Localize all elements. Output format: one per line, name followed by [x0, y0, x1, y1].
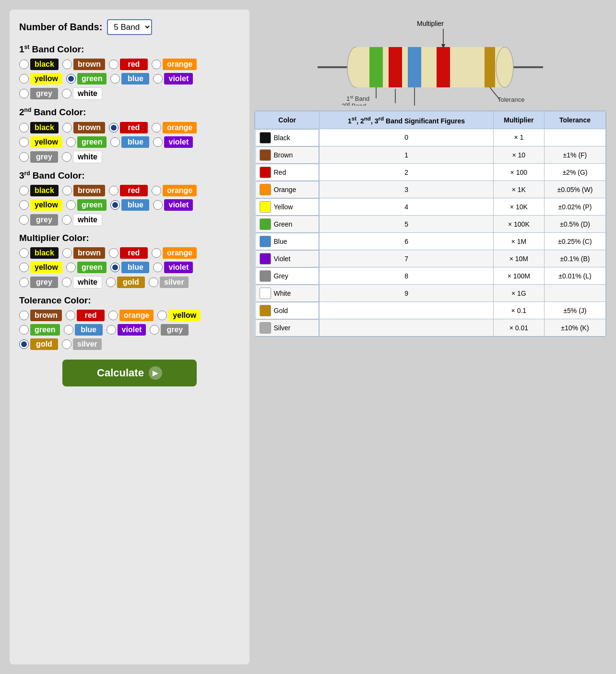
- svg-rect-5: [369, 47, 383, 87]
- band3-grey[interactable]: grey: [19, 214, 58, 226]
- band2-brown[interactable]: brown: [62, 122, 105, 133]
- table-cell-tol: [544, 129, 605, 146]
- mult-red[interactable]: red: [109, 247, 148, 259]
- mult-row2: yellow green blue violet: [19, 262, 240, 273]
- mult-black[interactable]: black: [19, 247, 59, 259]
- table-row: Grey8× 100M±0.01% (L): [255, 267, 606, 285]
- band1-orange[interactable]: orange: [152, 59, 197, 70]
- band2-section: 2nd Band Color: black brown red orange: [19, 107, 240, 163]
- table-row: White9× 1G: [255, 285, 606, 302]
- color-swatch: [260, 201, 271, 213]
- table-cell-color: Yellow: [255, 198, 320, 216]
- mult-yellow[interactable]: yellow: [19, 262, 62, 273]
- table-row: Blue6× 1M±0.25% (C): [255, 233, 606, 250]
- tol-orange[interactable]: orange: [108, 310, 154, 321]
- multiplier-section: Multiplier Color: black brown red orange: [19, 233, 240, 289]
- band1-white[interactable]: white: [62, 87, 102, 100]
- band2-green[interactable]: green: [66, 136, 107, 148]
- table-cell-tol: [544, 285, 605, 302]
- band2-black[interactable]: black: [19, 122, 59, 133]
- tol-violet[interactable]: violet: [107, 324, 146, 336]
- calculate-button[interactable]: Calculate ▶: [62, 360, 197, 386]
- mult-grey[interactable]: grey: [19, 277, 58, 288]
- table-cell-sig: 2: [320, 164, 494, 181]
- band1-blue[interactable]: blue: [110, 73, 149, 84]
- tol-grey[interactable]: grey: [150, 324, 189, 336]
- table-row: Black0× 1: [255, 129, 606, 146]
- mult-green[interactable]: green: [66, 262, 107, 273]
- col-color: Color: [255, 111, 320, 129]
- band3-black[interactable]: black: [19, 185, 59, 196]
- tol-brown[interactable]: brown: [19, 310, 62, 321]
- band1-header: 1st Band Color:: [19, 44, 240, 55]
- band3-orange[interactable]: orange: [152, 185, 197, 196]
- mult-silver[interactable]: silver: [149, 277, 189, 288]
- band1-grey[interactable]: grey: [19, 88, 58, 99]
- band2-yellow[interactable]: yellow: [19, 136, 62, 148]
- band2-violet[interactable]: violet: [153, 136, 193, 148]
- mult-gold[interactable]: gold: [106, 277, 145, 288]
- mult-brown[interactable]: brown: [62, 247, 105, 259]
- table-row: Orange3× 1K±0.05% (W): [255, 181, 606, 198]
- band3-yellow[interactable]: yellow: [19, 199, 62, 211]
- main-container: Number of Bands: 4 Band 5 Band 6 Band 1s…: [0, 0, 616, 674]
- color-name: Silver: [274, 324, 291, 332]
- color-name: Grey: [274, 272, 288, 280]
- band1-black[interactable]: black: [19, 59, 59, 70]
- table-cell-tol: ±10% (K): [544, 319, 605, 337]
- band2-grey[interactable]: grey: [19, 151, 58, 163]
- color-name: Black: [274, 134, 290, 142]
- table-cell-mult: × 1: [493, 129, 544, 146]
- tol-gold[interactable]: gold: [19, 338, 58, 350]
- table-cell-mult: × 0.01: [493, 319, 544, 337]
- table-cell-color: Red: [255, 164, 320, 181]
- svg-rect-8: [437, 47, 450, 87]
- table-cell-sig: 6: [320, 233, 494, 250]
- tol-blue[interactable]: blue: [64, 324, 103, 336]
- band3-row1: black brown red orange: [19, 185, 240, 196]
- multiplier-arrow-label: Multiplier: [417, 20, 444, 27]
- table-cell-mult: × 10K: [493, 198, 544, 216]
- band2-row2: yellow green blue violet: [19, 136, 240, 148]
- band2-blue[interactable]: blue: [110, 136, 149, 148]
- band3-header: 3rd Band Color:: [19, 170, 240, 181]
- band2-orange[interactable]: orange: [152, 122, 197, 133]
- table-row: Violet7× 10M±0.1% (B): [255, 250, 606, 267]
- table-cell-sig: 5: [320, 216, 494, 233]
- color-name: Yellow: [274, 203, 293, 211]
- svg-rect-9: [485, 47, 495, 87]
- calculate-label: Calculate: [97, 367, 144, 379]
- band2-white[interactable]: white: [62, 151, 102, 163]
- band1-green[interactable]: green: [66, 73, 107, 84]
- tol-red[interactable]: red: [66, 310, 105, 321]
- tol-green[interactable]: green: [19, 324, 60, 336]
- band3-row2: yellow green blue violet: [19, 199, 240, 211]
- band3-blue[interactable]: blue: [110, 199, 149, 211]
- band3-green[interactable]: green: [66, 199, 107, 211]
- table-cell-color: Gold: [255, 302, 320, 319]
- bands-select[interactable]: 4 Band 5 Band 6 Band: [107, 19, 152, 35]
- mult-violet[interactable]: violet: [153, 262, 193, 273]
- table-row: Silver× 0.01±10% (K): [255, 319, 606, 337]
- table-cell-tol: ±5% (J): [544, 302, 605, 319]
- tol-yellow[interactable]: yellow: [157, 310, 201, 321]
- band1-red[interactable]: red: [109, 59, 148, 70]
- band3-brown[interactable]: brown: [62, 185, 105, 196]
- tolerance-section: Tolerance Color: brown red orange yellow: [19, 295, 240, 350]
- mult-white[interactable]: white: [62, 276, 102, 289]
- band1-violet[interactable]: violet: [153, 73, 193, 84]
- table-cell-color: Violet: [255, 250, 320, 267]
- resistor-diagram: Multiplier: [254, 14, 606, 106]
- band2-red[interactable]: red: [109, 122, 148, 133]
- mult-blue[interactable]: blue: [110, 262, 149, 273]
- table-cell-sig: 0: [320, 129, 494, 146]
- tol-silver[interactable]: silver: [62, 338, 102, 350]
- band3-white[interactable]: white: [62, 214, 102, 226]
- band3-violet[interactable]: violet: [153, 199, 193, 211]
- table-cell-mult: × 10M: [493, 250, 544, 267]
- band3-red[interactable]: red: [109, 185, 148, 196]
- band1-yellow[interactable]: yellow: [19, 73, 62, 84]
- color-swatch: [260, 184, 271, 195]
- mult-orange[interactable]: orange: [152, 247, 197, 259]
- band1-brown[interactable]: brown: [62, 59, 105, 70]
